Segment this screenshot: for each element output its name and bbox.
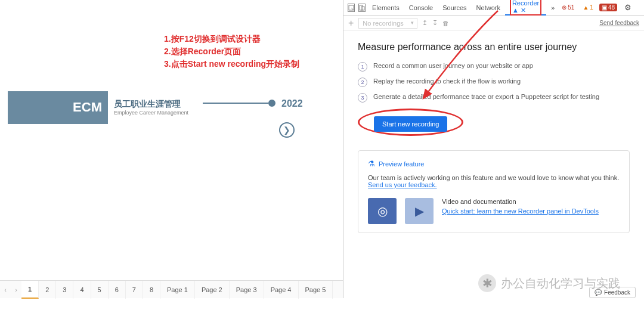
page-tab[interactable]: Page 3 [230,281,264,299]
export-icon[interactable]: ↧ [432,19,438,27]
preview-title: Preview feature [379,160,424,168]
devtools-pane: ElementsConsoleSourcesNetworkRecorder ▲ … [343,0,644,298]
devtools-tab-elements[interactable]: Elements [367,0,404,16]
send-feedback-link[interactable]: Send feedback [599,20,639,26]
slide-title-cn: 员工职业生涯管理 [114,99,188,110]
recorder-heading: Measure performance across an entire use… [358,42,630,52]
add-recording-icon[interactable]: + [348,18,354,29]
page-tab[interactable]: Page 5 [299,281,333,299]
ecm-badge: ECM [8,91,108,124]
devtools-tabbar: ElementsConsoleSourcesNetworkRecorder ▲ … [343,0,644,16]
page-tab[interactable]: 3 [56,281,73,299]
timeline-dot [268,100,275,107]
delete-icon[interactable]: 🗑 [442,20,449,27]
slide-title-en: Employee Career Management [114,110,188,116]
quick-start-link[interactable]: Quick start: learn the new Recorder pane… [442,207,599,215]
recorder-toolbar: + No recordings ↥ ↧ 🗑 Send feedback [343,16,644,31]
instruction-line-3: 3.点击Start new recording开始录制 [164,58,299,70]
nav-next-icon[interactable]: › [11,286,21,293]
video-thumbnail-icon: ▶ [405,198,434,224]
issues-count-badge[interactable]: ▣ 48 [599,4,617,11]
instruction-line-1: 1.按F12切换到调试设计器 [164,33,299,45]
device-toggle-icon[interactable] [358,4,366,12]
start-new-recording-button[interactable]: Start new recording [374,116,447,132]
recordings-dropdown[interactable]: No recordings [358,18,417,29]
more-menu-icon[interactable]: ⋮ [641,3,644,13]
page-tab[interactable]: 2 [39,281,56,299]
warning-count-badge[interactable]: ▲ 1 [580,4,595,11]
onboarding-step: 2Replay the recording to check if the fl… [358,78,630,87]
devtools-tab-network[interactable]: Network [472,0,505,16]
page-tab[interactable]: Page 2 [195,281,230,299]
page-tab[interactable]: Page 1 [160,281,195,299]
onboarding-step: 3Generate a detailed performance trace o… [358,93,630,103]
flask-icon: ⚗ [368,159,375,168]
page-tab[interactable]: 8 [143,281,160,299]
step-text: Record a common user journey on your web… [373,62,533,69]
page-tab[interactable]: 5 [91,281,109,299]
step-text: Replay the recording to check if the flo… [373,78,521,85]
page-tab[interactable]: Page 4 [264,281,299,299]
step-number-badge: 1 [358,62,367,72]
recorder-body: Measure performance across an entire use… [343,31,644,283]
step-number-badge: 3 [358,93,367,103]
instruction-line-2: 2.选择Recorder页面 [164,45,299,58]
devtools-tab-console[interactable]: Console [404,0,438,16]
slide-page-tabs: ‹ › 12345678Page 1Page 2Page 3Page 4Page… [0,280,343,298]
onboarding-step: 1Record a common user journey on your we… [358,62,630,72]
page-tab[interactable]: 4 [73,281,91,299]
error-count-badge[interactable]: ⊗ 51 [559,4,577,11]
nav-prev-icon[interactable]: ‹ [0,286,11,293]
doc-section-title: Video and documentation [442,198,599,205]
feedback-button[interactable]: 💬 Feedback [589,287,636,298]
preview-feature-card: ⚗ Preview feature Our team is actively w… [358,150,630,233]
step-text: Generate a detailed performance trace or… [373,93,599,100]
year-label: 2022 [281,98,303,109]
chevron-right-icon[interactable]: ❯ [279,122,295,138]
devtools-tab-sources[interactable]: Sources [438,0,471,16]
preview-text: Our team is actively working on this fea… [368,174,620,188]
page-tab[interactable]: 1 [21,281,39,299]
annotation-instructions: 1.按F12切换到调试设计器 2.选择Recorder页面 3.点击Start … [164,33,299,70]
doc-thumbnail-icon: ◎ [368,198,397,224]
annotation-ellipse: Start new recording [358,109,463,136]
step-number-badge: 2 [358,78,367,87]
more-tabs-icon[interactable]: » [546,0,559,16]
send-feedback-inline-link[interactable]: Send us your feedback. [368,181,437,188]
devtools-tab-recorder[interactable]: Recorder ▲ ✕ [505,0,546,16]
page-tab[interactable]: 7 [126,281,143,299]
import-icon[interactable]: ↥ [422,19,428,27]
gear-icon[interactable]: ⚙ [624,3,631,12]
presentation-pane: 1.按F12切换到调试设计器 2.选择Recorder页面 3.点击Start … [0,0,343,298]
inspect-element-icon[interactable] [348,4,355,12]
timeline-line [203,103,268,104]
page-tab[interactable]: 6 [109,281,126,299]
